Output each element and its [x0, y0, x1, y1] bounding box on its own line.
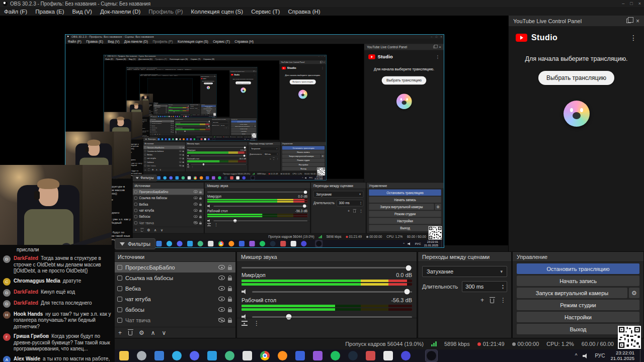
bitrate: 5898 kbps: [444, 341, 470, 347]
popout-icon[interactable]: [626, 19, 631, 23]
menu-profile[interactable]: Профиль (P): [144, 7, 187, 16]
stop-streaming-button[interactable]: Остановить трансляцию: [517, 263, 639, 274]
visibility-eye-icon[interactable]: [218, 286, 225, 291]
close-button[interactable]: ×: [638, 0, 641, 7]
taskbar-app-icon[interactable]: [383, 351, 393, 360]
source-row[interactable]: ПрогрессБарБабло: [114, 262, 235, 273]
visibility-eye-icon[interactable]: [218, 265, 225, 269]
taskbar-app-icon: [228, 241, 234, 246]
youtube-panel-header[interactable]: YouTube Live Control Panel ×: [509, 16, 644, 26]
menu-docks[interactable]: Док-панели (D): [96, 7, 144, 16]
qr-code: [317, 167, 325, 175]
source-row[interactable]: чат ютуба: [114, 294, 235, 304]
visibility-eye-icon[interactable]: [218, 297, 225, 301]
transition-select[interactable]: Затухание ▾: [422, 266, 507, 277]
controls-dock-header[interactable]: Управление: [513, 252, 643, 262]
live-chat-panel[interactable]: прислали D DarkFatedТогда зачем в структ…: [0, 245, 115, 362]
taskbar-app-icon[interactable]: [313, 351, 323, 360]
webcam-video[interactable]: [0, 165, 112, 245]
menu-tools: Сервис (T): [189, 57, 202, 60]
taskbar-app-icon[interactable]: [172, 351, 182, 360]
tray-expand-caret[interactable]: ^: [575, 353, 578, 358]
close-icon[interactable]: ×: [636, 19, 639, 24]
menu-help[interactable]: Справка (H): [284, 7, 324, 16]
menu-tools[interactable]: Сервис (T): [247, 7, 284, 16]
youtube-live-control-panel: YouTube Live Control Panel × Studio ⋮ Дл…: [279, 60, 326, 142]
settings-button[interactable]: Настройки: [517, 312, 639, 322]
kebab-menu-icon: ⋮: [170, 112, 171, 113]
taskbar-app-icon[interactable]: [225, 351, 234, 360]
taskbar-app-icon[interactable]: [348, 351, 358, 360]
source-name: Вебка: [152, 125, 170, 126]
move-down-button[interactable]: ∨: [162, 330, 167, 336]
taskbar-app-icon[interactable]: [243, 351, 252, 360]
taskbar-app-icon[interactable]: [260, 351, 270, 360]
source-row[interactable]: бабосы: [114, 304, 235, 315]
studio-mode-button[interactable]: Режим студии: [517, 300, 639, 310]
volume-icon[interactable]: [583, 353, 589, 358]
menu-scene-collection: Коллекция сцен (S): [169, 57, 189, 60]
taskbar-app-icon[interactable]: [295, 351, 305, 360]
visibility-eye-icon[interactable]: [218, 307, 225, 312]
start-virtual-camera-button[interactable]: Запуск виртуальной камеры: [517, 288, 627, 298]
source-row[interactable]: Чат твича: [114, 315, 235, 325]
taskbar-clock[interactable]: 23:22:01 21.01.2025: [610, 350, 634, 361]
remove-transition-button[interactable]: [490, 299, 494, 303]
virtual-camera-settings-button[interactable]: ⚙: [629, 288, 639, 298]
taskbar-active-app[interactable]: [426, 350, 437, 361]
source-type-icon: [134, 209, 137, 212]
maximize-button[interactable]: □: [630, 0, 632, 7]
visibility-eye-off-icon[interactable]: [218, 318, 225, 322]
add-source-button[interactable]: +: [118, 330, 122, 336]
source-row[interactable]: Ссылка на бабосы: [114, 273, 235, 283]
lock-icon[interactable]: [228, 278, 232, 281]
transitions-dock-header[interactable]: Переходы между сценами: [418, 252, 511, 262]
taskbar-app-icon[interactable]: [119, 351, 129, 360]
screen-capture-source[interactable]: OBS 30.2.3 - Профиль: Без названия - Сце…: [65, 35, 444, 247]
taskbar-app-icon[interactable]: [401, 351, 411, 360]
speaker-icon[interactable]: [242, 289, 248, 294]
source-properties-button[interactable]: ⚙: [139, 330, 144, 336]
source-row[interactable]: Вебка: [114, 283, 235, 294]
lock-icon[interactable]: [228, 288, 232, 291]
audio-level-meter: [176, 130, 210, 130]
language-indicator[interactable]: РУС: [595, 353, 605, 358]
kebab-menu-icon[interactable]: ⋮: [254, 320, 260, 326]
taskbar-app-icon[interactable]: [154, 351, 164, 360]
remove-source-button[interactable]: [128, 331, 132, 335]
lock-icon[interactable]: [228, 267, 232, 270]
volume-fader[interactable]: [252, 291, 412, 293]
fader-knob[interactable]: [406, 265, 412, 270]
lock-icon[interactable]: [228, 299, 232, 302]
taskbar-app-icon[interactable]: [366, 351, 375, 360]
fader-knob[interactable]: [405, 289, 410, 295]
minimize-button[interactable]: –: [622, 0, 624, 7]
sources-dock-header[interactable]: Источники: [114, 252, 235, 262]
menu-file[interactable]: Файл (F): [0, 7, 31, 16]
show-desktop-button[interactable]: [640, 349, 642, 362]
mixer-dock-header[interactable]: Микшер звука: [237, 252, 417, 262]
add-transition-button[interactable]: +: [480, 297, 484, 303]
transition-properties-button[interactable]: ⋮: [500, 297, 506, 303]
lock-icon[interactable]: [228, 309, 232, 312]
duration-spinbox[interactable]: 300 ms ▴▾: [462, 281, 507, 292]
taskbar-app-icon[interactable]: [331, 351, 340, 360]
kebab-menu-icon[interactable]: ⋮: [630, 34, 637, 42]
volume-fader[interactable]: [242, 267, 412, 268]
menu-view[interactable]: Вид (V): [68, 7, 96, 16]
start-recording-button[interactable]: Начать запись: [517, 276, 639, 286]
visibility-eye-icon[interactable]: [218, 276, 225, 280]
chat-message: D DarkFatedТогда зачем в структуре в стр…: [3, 255, 112, 275]
spinner-arrows-icon[interactable]: ▴▾: [502, 284, 504, 290]
audio-settings-icon[interactable]: [242, 321, 248, 326]
taskbar-app-icon[interactable]: [278, 351, 287, 360]
taskbar-app-icon[interactable]: [137, 351, 146, 360]
menu-scene-collection[interactable]: Коллекция сцен (S): [187, 7, 248, 16]
taskbar-app-icon[interactable]: [190, 351, 199, 360]
lock-icon[interactable]: [228, 320, 232, 323]
move-up-button[interactable]: ∧: [151, 330, 155, 336]
menu-edit[interactable]: Правка (E): [31, 7, 68, 16]
select-broadcast-button[interactable]: Выбрать трансляцию: [538, 71, 614, 85]
taskbar-app-icon[interactable]: [207, 351, 217, 360]
filters-window-title[interactable]: Фильтры: [115, 238, 155, 249]
